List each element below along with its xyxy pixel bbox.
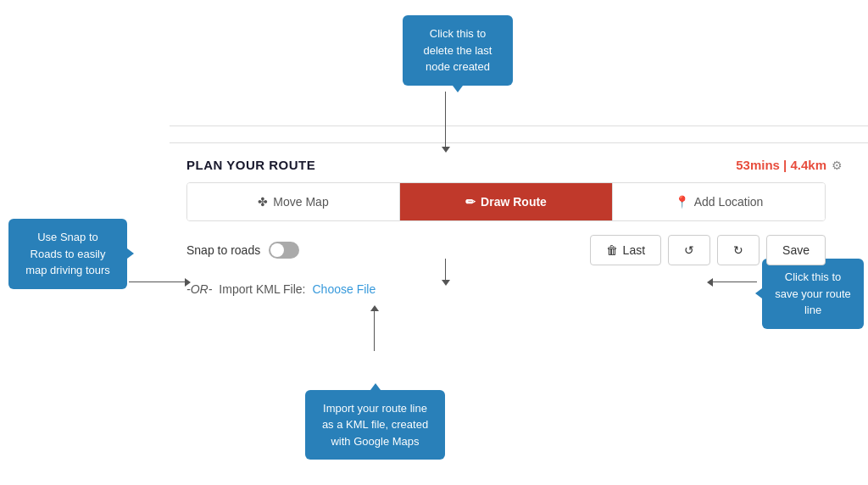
- import-row: -OR- Import KML File: Choose File: [170, 279, 843, 296]
- route-info: 53mins | 4.4km: [736, 158, 826, 172]
- main-content: PLAN YOUR ROUTE 53mins | 4.4km ⚙ ✤ Move …: [170, 144, 843, 296]
- left-controls: Snap to roads: [186, 242, 299, 259]
- undo-button[interactable]: ↺: [668, 235, 710, 265]
- callout-kml: Import your route line as a KML file, cr…: [305, 390, 445, 460]
- arrow-up-kml: [370, 305, 379, 311]
- plan-title: PLAN YOUR ROUTE: [186, 158, 315, 172]
- import-label: Import KML File:: [219, 282, 305, 296]
- import-or: -OR-: [186, 282, 212, 296]
- right-controls: 🗑 Last ↺ ↻ Save: [590, 235, 826, 265]
- tab-add-location[interactable]: 📍 Add Location: [613, 183, 825, 220]
- trash-icon: 🗑: [606, 243, 618, 257]
- page: Click this to delete the last node creat…: [0, 0, 868, 485]
- draw-route-icon: ✏: [465, 195, 476, 209]
- tab-draw-route[interactable]: ✏ Draw Route: [400, 183, 613, 220]
- choose-file-link[interactable]: Choose File: [313, 282, 376, 296]
- callout-snap: Use Snap to Roads to easily map driving …: [8, 219, 127, 289]
- move-map-icon: ✤: [258, 195, 268, 209]
- callout-delete: Click this to delete the last node creat…: [403, 15, 513, 86]
- snap-toggle[interactable]: [269, 242, 299, 259]
- vline-delete: [445, 92, 446, 149]
- divider-top: [170, 125, 868, 126]
- snap-label: Snap to roads: [186, 243, 260, 257]
- gear-icon[interactable]: ⚙: [832, 159, 843, 172]
- save-button[interactable]: Save: [766, 235, 826, 265]
- controls-area: Snap to roads 🗑 Last ↺ ↻ Save: [170, 221, 843, 279]
- redo-button[interactable]: ↻: [717, 235, 760, 265]
- tab-move-map[interactable]: ✤ Move Map: [187, 183, 400, 220]
- tab-bar: ✤ Move Map ✏ Draw Route 📍 Add Location: [186, 182, 826, 221]
- vline-kml: [374, 309, 375, 351]
- last-button[interactable]: 🗑 Last: [590, 235, 661, 265]
- add-location-icon: 📍: [675, 195, 689, 209]
- divider-bottom: [170, 142, 868, 143]
- header-row: PLAN YOUR ROUTE 53mins | 4.4km ⚙: [170, 144, 843, 182]
